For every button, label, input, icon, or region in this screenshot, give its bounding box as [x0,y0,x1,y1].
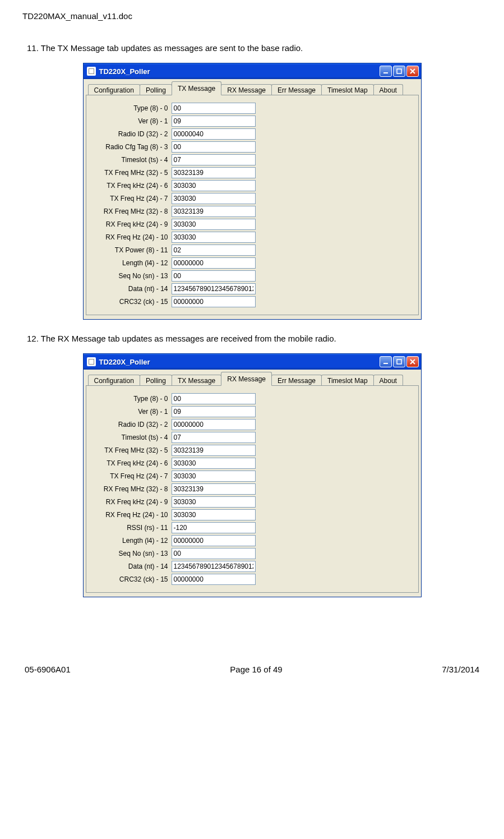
field-input[interactable] [172,141,256,153]
form-row: TX Freq Hz (24) - 7 [90,193,411,204]
tab-timeslot-map[interactable]: Timeslot Map [321,84,374,96]
field-input[interactable] [172,496,256,508]
app-icon [87,67,96,76]
field-label: Ver (8) - 1 [90,117,172,125]
field-input[interactable] [172,458,256,469]
footer-left: 05-6906A01 [25,665,71,674]
tx-message-panel: Type (8) - 0Ver (8) - 1Radio ID (32) - 2… [86,95,419,315]
rx-message-panel: Type (8) - 0Ver (8) - 1Radio ID (32) - 2… [86,385,419,593]
tab-about[interactable]: About [373,84,403,96]
field-input[interactable] [172,180,256,191]
minimize-button[interactable] [380,66,392,77]
form-row: TX Power (8) - 11 [90,245,411,256]
form-row: Seq No (sn) - 13 [90,548,411,559]
field-input[interactable] [172,206,256,217]
field-input[interactable] [172,509,256,520]
svg-rect-1 [397,69,401,73]
tab-rx-message[interactable]: RX Message [221,372,272,386]
field-input[interactable] [172,257,256,269]
field-label: Ver (8) - 1 [90,408,172,416]
field-label: RX Freq MHz (32) - 8 [90,208,172,215]
field-input[interactable] [172,483,256,495]
titlebar[interactable]: TD220X_Poller [84,63,421,79]
field-label: Data (nt) - 14 [90,285,172,293]
tab-timeslot-map[interactable]: Timeslot Map [321,375,374,386]
document-filename: TD220MAX_manual_v11.doc [22,11,482,21]
footer-center: Page 16 of 49 [230,665,282,674]
window-title: TD220X_Poller [99,67,150,76]
svg-rect-2 [383,363,388,364]
field-label: RSSI (rs) - 11 [90,524,172,532]
field-input[interactable] [172,419,256,430]
maximize-button[interactable] [393,66,405,77]
tab-polling[interactable]: Polling [140,84,172,96]
field-input[interactable] [172,116,256,127]
form-row: RX Freq kHz (24) - 9 [90,219,411,230]
field-label: TX Freq Hz (24) - 7 [90,195,172,202]
field-input[interactable] [172,128,256,140]
close-button[interactable] [406,356,419,367]
field-input[interactable] [172,232,256,243]
field-label: Length (l4) - 12 [90,537,172,545]
window-title: TD220X_Poller [99,358,150,366]
field-input[interactable] [172,283,256,294]
tab-tx-message[interactable]: TX Message [172,81,221,95]
field-input[interactable] [172,574,256,585]
tab-rx-message[interactable]: RX Message [221,84,272,96]
form-row: Radio ID (32) - 2 [90,128,411,140]
form-row: TX Freq kHz (24) - 6 [90,458,411,469]
form-row: Length (l4) - 12 [90,257,411,269]
field-input[interactable] [172,103,256,114]
form-row: RSSI (rs) - 11 [90,522,411,533]
tab-configuration[interactable]: Configuration [88,375,140,386]
tab-configuration[interactable]: Configuration [88,84,140,96]
field-input[interactable] [172,393,256,404]
field-input[interactable] [172,548,256,559]
close-button[interactable] [406,66,419,77]
tab-strip: Configuration Polling TX Message RX Mess… [85,372,420,386]
form-row: RX Freq MHz (32) - 8 [90,206,411,217]
field-input[interactable] [172,219,256,230]
field-input[interactable] [172,154,256,165]
form-row: TX Freq kHz (24) - 6 [90,180,411,191]
tab-polling[interactable]: Polling [140,375,172,386]
footer-right: 7/31/2014 [442,665,479,674]
form-row: Type (8) - 0 [90,393,411,404]
tab-err-message[interactable]: Err Message [271,375,322,386]
field-input[interactable] [172,406,256,417]
step-12-text: 12. The RX Message tab updates as messag… [22,334,482,343]
tab-tx-message[interactable]: TX Message [172,375,221,386]
field-input[interactable] [172,445,256,456]
field-label: Length (l4) - 12 [90,259,172,267]
form-row: TX Freq Hz (24) - 7 [90,471,411,482]
window-rx-message: TD220X_Poller Configuration Polling TX M… [83,353,422,597]
tab-strip: Configuration Polling TX Message RX Mess… [85,81,420,95]
field-input[interactable] [172,167,256,178]
field-input[interactable] [172,535,256,546]
form-row: Ver (8) - 1 [90,116,411,127]
form-row: Data (nt) - 14 [90,561,411,572]
field-label: Data (nt) - 14 [90,563,172,570]
tab-err-message[interactable]: Err Message [271,84,322,96]
minimize-button[interactable] [380,356,392,367]
maximize-button[interactable] [393,356,405,367]
form-row: Radio ID (32) - 2 [90,419,411,430]
field-input[interactable] [172,296,256,307]
field-input[interactable] [172,522,256,533]
form-row: Radio Cfg Tag (8) - 3 [90,141,411,153]
form-row: Type (8) - 0 [90,103,411,114]
field-input[interactable] [172,270,256,282]
form-row: Seq No (sn) - 13 [90,270,411,282]
tab-about[interactable]: About [373,375,403,386]
form-row: CRC32 (ck) - 15 [90,574,411,585]
form-row: Data (nt) - 14 [90,283,411,294]
field-input[interactable] [172,432,256,443]
field-label: TX Freq kHz (24) - 6 [90,459,172,467]
field-label: Timeslot (ts) - 4 [90,156,172,164]
field-input[interactable] [172,471,256,482]
field-input[interactable] [172,245,256,256]
field-input[interactable] [172,561,256,572]
field-label: RX Freq Hz (24) - 10 [90,233,172,241]
field-input[interactable] [172,193,256,204]
titlebar[interactable]: TD220X_Poller [84,354,421,370]
